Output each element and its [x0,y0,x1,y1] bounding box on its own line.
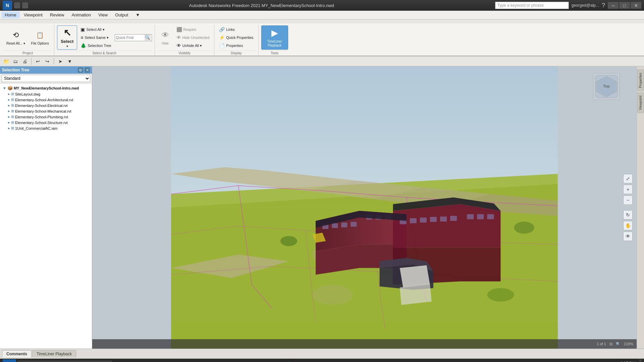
toolbar-new[interactable]: 📁 [2,57,10,65]
taskbar-search[interactable]: 🔍 Type here to search [18,361,112,362]
toolbar-dropdown[interactable]: ▼ [66,57,74,65]
tree-view-dropdown[interactable]: Standard Compact Properties Sets [2,75,90,82]
display-buttons: 🔗 Links ⚡ Quick Properties 📄 Properties [217,25,255,50]
vtab-properties[interactable]: Properties [637,70,644,91]
tab-timeliner-playback[interactable]: TimeLiner Playback [32,350,76,357]
taskbar-mail[interactable]: 📧 [184,359,197,362]
taskbar-file-explorer[interactable]: 📁 [128,359,140,362]
select-button[interactable]: ↖ Select ▾ [57,25,77,50]
require-icon: ⬛ [176,27,182,32]
tree-item-ac[interactable]: ▸ ⊞ 1Unit_CommercialAC.iam [1,125,91,131]
tree-item-plumb[interactable]: ▸ ⊞ Elementary-School-Plumbing.rvt [1,114,91,120]
zoom-out-button[interactable]: − [623,195,633,205]
menu-home[interactable]: Home [1,11,20,18]
tree-item-arch[interactable]: ▸ ⊞ Elementary-School-Architectural.rvt [1,97,91,103]
display-small-buttons: 🔗 Links ⚡ Quick Properties 📄 Properties [217,26,255,49]
look-button[interactable]: 👁 [623,232,633,241]
tree-item-mech[interactable]: ▸ ⊞ Elementary-School-Mechanical.rvt [1,108,91,114]
taskbar-powerpoint[interactable]: P [199,359,211,362]
unhide-all-button[interactable]: 👁 Unhide All ▾ [174,42,212,49]
help-search[interactable]: Type a keyword or phrase [495,2,569,9]
viewport-bottom-bar: 1 of 1 ⊟ 🔍 119% [92,339,637,349]
panel-close-button[interactable]: ✕ [85,67,90,73]
quick-access-open[interactable] [22,2,28,8]
svg-rect-28 [440,217,447,222]
menu-output[interactable]: Output [112,11,131,18]
window-title: Autodesk Navisworks Freedom 2021 MY_NewE… [28,3,495,8]
svg-rect-27 [430,217,437,222]
panel-float-button[interactable]: ⧉ [78,67,83,73]
require-button[interactable]: ⬛ Require [174,26,212,33]
quickfind-search-button[interactable]: 🔍 [145,35,151,41]
maximize-button[interactable]: □ [619,2,630,9]
select-dropdown-arrow: ▾ [66,45,68,48]
menu-animation[interactable]: Animation [68,11,94,18]
taskbar-chrome[interactable]: 🌐 [283,359,295,362]
search-placeholder: Type a keyword or phrase [497,3,544,8]
tree-label-struct: Elementary-School-Structure.rvt [15,121,68,125]
tree-label-site: SiteLayout.dwg [15,92,40,96]
toolbar-open[interactable]: 🗂 [11,57,19,65]
pan-button[interactable]: ✋ [623,221,633,230]
menu-more[interactable]: ▼ [132,11,143,18]
tree-item-site[interactable]: ▸ ⊞ SiteLayout.dwg [1,91,91,97]
tree-item-elec[interactable]: ▸ ⊞ Elementary-School-Electrical.rvt [1,103,91,108]
zoom-in-button[interactable]: + [623,185,633,194]
toolbar-redo[interactable]: ↪ [43,57,51,65]
taskbar-edge[interactable]: e [142,359,154,362]
menu-review[interactable]: Review [47,11,68,18]
nav-cube-face[interactable]: Top [593,73,620,100]
minimize-button[interactable]: ─ [608,2,619,9]
taskbar-explorer2[interactable]: 🗂 [156,359,168,362]
taskbar-extra[interactable]: ⚙ [297,359,309,362]
ribbon-group-select: ↖ Select ▾ ▣ Select All ▾ ≡ Select Same … [54,25,155,56]
taskbar-excel[interactable]: X [241,359,253,362]
close-button[interactable]: ✕ [631,2,641,9]
panel-title: Selection Tree [2,68,29,72]
taskbar-navisworks[interactable]: N [255,359,267,362]
links-button[interactable]: 🔗 Links [217,26,255,33]
timeliner-button[interactable]: ▶ TimeLiner Playback [261,25,288,50]
reset-all-button[interactable]: ⟲ Reset All... ▾ [4,27,28,48]
taskbar-security[interactable]: 🔒 [170,359,182,362]
tree-item-struct[interactable]: ▸ ⊞ Elementary-School-Structure.rvt [1,120,91,125]
orbit-button[interactable]: ↻ [623,210,633,220]
start-button[interactable] [3,359,16,362]
taskbar-pdf[interactable]: P [269,359,281,362]
toolbar-print[interactable]: 🖨 [21,57,29,65]
selection-tree-button[interactable]: 🌲 Selection Tree [78,42,113,49]
tree-item-root[interactable]: ▼ 📦 MY_NewElementarySchool-Intro.nwd [1,85,91,91]
vtab-viewpoint[interactable]: Viewpoint [637,93,644,113]
quickfind-input[interactable] [116,36,145,40]
show-desktop-button[interactable] [639,359,641,362]
taskbar-task-view[interactable]: ⧉ [114,359,126,362]
svg-rect-29 [450,216,457,221]
reset-icon: ⟲ [10,30,21,41]
toolbar-undo[interactable]: ↩ [34,57,42,65]
toolbar-select-arrow[interactable]: ➤ [56,57,64,65]
select-cursor-icon: ↖ [63,27,71,38]
properties-button[interactable]: 📄 Properties [217,42,255,49]
status-bar: 🔍 Type here to search ⧉ 📁 e 🗂 🔒 📧 P W S … [0,359,644,362]
select-all-button[interactable]: ▣ Select All ▾ [78,26,113,33]
3d-viewport[interactable]: Top ⤢ + − ↻ ✋ 👁 1 of 1 ⊟ 🔍 119% [92,66,637,349]
zoom-extents-button[interactable]: ⤢ [623,174,633,183]
select-all-label: Select All ▾ [86,27,104,32]
menu-view[interactable]: View [95,11,111,18]
select-same-button[interactable]: ≡ Select Same ▾ [78,34,113,41]
tree-label-mech: Elementary-School-Mechanical.rvt [15,109,71,113]
quick-access-toolbar: 📁 🗂 🖨 ↩ ↪ ➤ ▼ [0,56,644,66]
navigation-cube[interactable]: Top [593,73,623,103]
file-options-button[interactable]: 📋 File Options [29,27,51,48]
menu-viewpoint[interactable]: Viewpoint [20,11,46,18]
quick-access-new[interactable] [14,2,20,8]
taskbar-word[interactable]: W [213,359,225,362]
hide-unselected-button[interactable]: 👁 Hide Unselected [174,34,212,41]
require-label: Require [183,27,197,32]
quick-properties-button[interactable]: ⚡ Quick Properties [217,34,255,41]
taskbar-skype[interactable]: S [227,359,239,362]
nav-cube-svg: Top [593,73,620,100]
help-icon[interactable]: ? [602,2,605,9]
hide-button[interactable]: 👁 Hide [158,27,173,48]
tab-comments[interactable]: Comments [2,350,32,357]
